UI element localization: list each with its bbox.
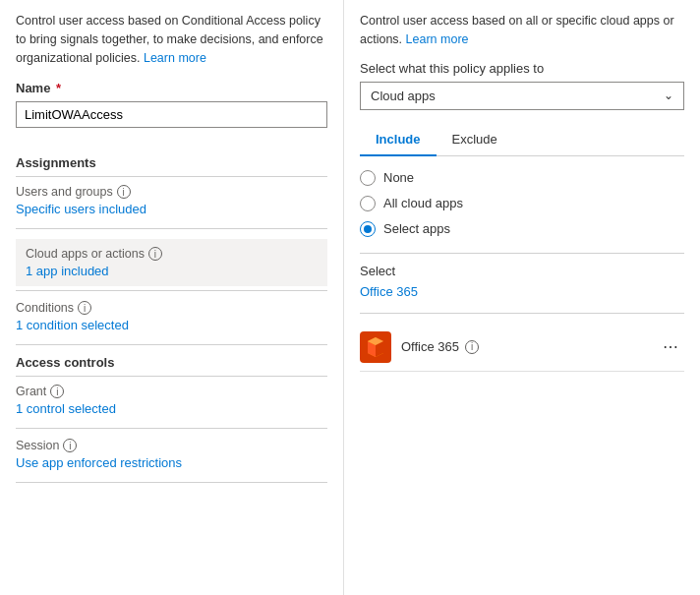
radio-none-label: None bbox=[383, 170, 414, 185]
divider-right-2 bbox=[360, 313, 684, 314]
grant-info-icon[interactable]: i bbox=[50, 385, 64, 398]
conditions-section: Conditions i 1 condition selected bbox=[16, 301, 327, 332]
grant-value[interactable]: 1 control selected bbox=[16, 401, 327, 416]
office365-link[interactable]: Office 365 bbox=[360, 284, 684, 299]
tab-include[interactable]: Include bbox=[360, 124, 437, 156]
radio-select-circle bbox=[360, 221, 376, 237]
cloud-apps-label: Cloud apps or actions i bbox=[26, 247, 318, 261]
session-label: Session i bbox=[16, 439, 327, 452]
cloud-apps-value[interactable]: 1 app included bbox=[26, 264, 318, 278]
office365-app-icon bbox=[360, 331, 391, 363]
session-value[interactable]: Use app enforced restrictions bbox=[16, 455, 327, 470]
left-intro-text: Control user access based on Conditional… bbox=[16, 12, 327, 67]
grant-label: Grant i bbox=[16, 385, 327, 398]
divider-right-1 bbox=[360, 253, 684, 254]
app-name: Office 365 i bbox=[401, 339, 647, 354]
name-field-container: Name * bbox=[16, 81, 327, 144]
divider-2 bbox=[16, 290, 327, 291]
left-learn-more-link[interactable]: Learn more bbox=[144, 51, 206, 65]
grant-section: Grant i 1 control selected bbox=[16, 385, 327, 416]
radio-select-apps[interactable]: Select apps bbox=[360, 221, 684, 237]
radio-none[interactable]: None bbox=[360, 170, 684, 186]
conditions-info-icon[interactable]: i bbox=[78, 301, 91, 315]
conditions-label: Conditions i bbox=[16, 301, 327, 315]
tabs-container: Include Exclude bbox=[360, 124, 684, 156]
left-panel: Control user access based on Conditional… bbox=[0, 0, 344, 595]
right-learn-more-link[interactable]: Learn more bbox=[406, 32, 469, 46]
chevron-down-icon: ⌄ bbox=[664, 89, 673, 102]
users-groups-info-icon[interactable]: i bbox=[117, 185, 131, 199]
app-list-item: Office 365 i ⋯ bbox=[360, 324, 684, 372]
select-section: Select Office 365 bbox=[360, 264, 684, 299]
name-label: Name * bbox=[16, 81, 327, 95]
assignments-heading: Assignments bbox=[16, 155, 327, 177]
radio-all-circle bbox=[360, 196, 376, 211]
radio-none-circle bbox=[360, 170, 376, 186]
cloud-apps-dropdown[interactable]: Cloud apps ⌄ bbox=[360, 82, 684, 110]
conditions-value[interactable]: 1 condition selected bbox=[16, 318, 327, 332]
users-groups-value[interactable]: Specific users included bbox=[16, 202, 327, 216]
users-groups-section: Users and groups i Specific users includ… bbox=[16, 185, 327, 216]
users-groups-label: Users and groups i bbox=[16, 185, 327, 199]
select-label: Select bbox=[360, 264, 684, 278]
app-info-icon[interactable]: i bbox=[465, 340, 479, 354]
divider-3 bbox=[16, 344, 327, 345]
right-panel: Control user access based on all or spec… bbox=[344, 0, 700, 595]
radio-group: None All cloud apps Select apps bbox=[360, 170, 684, 237]
more-options-icon[interactable]: ⋯ bbox=[657, 335, 684, 358]
access-controls-heading: Access controls bbox=[16, 355, 327, 377]
divider-1 bbox=[16, 228, 327, 229]
session-section: Session i Use app enforced restrictions bbox=[16, 439, 327, 470]
radio-all-label: All cloud apps bbox=[383, 196, 463, 210]
name-input[interactable] bbox=[16, 101, 327, 128]
session-info-icon[interactable]: i bbox=[63, 439, 77, 452]
required-star: * bbox=[52, 81, 61, 95]
divider-4 bbox=[16, 428, 327, 429]
right-intro-text: Control user access based on all or spec… bbox=[360, 12, 684, 49]
cloud-apps-info-icon[interactable]: i bbox=[148, 247, 162, 261]
radio-select-label: Select apps bbox=[383, 221, 450, 236]
cloud-apps-section: Cloud apps or actions i 1 app included bbox=[16, 239, 327, 286]
radio-all-cloud-apps[interactable]: All cloud apps bbox=[360, 196, 684, 211]
dropdown-value: Cloud apps bbox=[371, 89, 436, 103]
tab-exclude[interactable]: Exclude bbox=[437, 124, 513, 156]
divider-5 bbox=[16, 482, 327, 483]
dropdown-label: Select what this policy applies to bbox=[360, 61, 684, 76]
